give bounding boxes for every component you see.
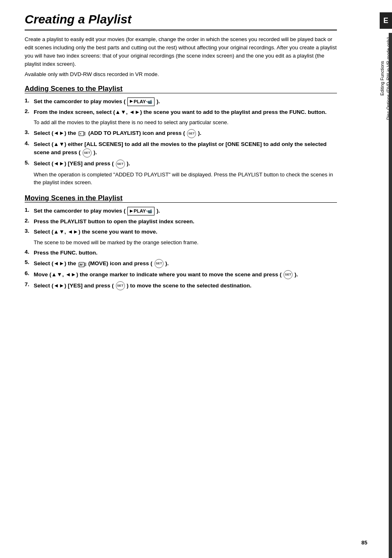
step-1-4: 4. Select (▲▼) either [ALL SCENES] to ad…: [25, 140, 337, 157]
set-button-icon-1-4: SET: [83, 148, 92, 157]
page-title: Creating a Playlist: [25, 12, 337, 26]
step-2-5-num: 5.: [25, 259, 34, 265]
step-2-7-content: Select (◄►) [YES] and press ( SET ) to m…: [34, 281, 337, 290]
step-2-1-num: 1.: [25, 207, 34, 213]
play-triangle-icon-2: ▶: [130, 208, 133, 214]
step-1-4-num: 4.: [25, 140, 34, 146]
sidebar: E Editing Functions Disc Options (DVD-RW…: [357, 0, 392, 558]
set-button-icon-2-6: SET: [284, 270, 293, 279]
set-button-icon-2-7: SET: [116, 281, 125, 290]
step-2-1-content: Set the camcorder to play movies ( ▶PLAY…: [34, 207, 337, 215]
step-2-6-num: 6.: [25, 270, 34, 276]
play-button-icon: ▶PLAY·📹: [127, 97, 154, 106]
step-1-2-num: 2.: [25, 108, 34, 114]
title-divider: [25, 30, 337, 30]
step-1-5-note: When the operation is completed "ADDED T…: [34, 171, 337, 187]
step-1-1-num: 1.: [25, 97, 34, 104]
step-1-3: 3. Select (◄►) the + (ADD TO PLAYLIST) i…: [25, 129, 337, 138]
play-triangle-icon: ▶: [130, 99, 133, 104]
intro-paragraph2: Available only with DVD-RW discs recorde…: [25, 71, 337, 77]
svg-text:+: +: [80, 132, 81, 135]
step-1-5: 5. Select (◄►) [YES] and press ( SET ).: [25, 160, 337, 169]
move-icon: M: [78, 260, 86, 267]
step-2-7: 7. Select (◄►) [YES] and press ( SET ) t…: [25, 281, 337, 290]
section-adding-title: Adding Scenes to the Playlist: [25, 85, 122, 93]
intro-paragraph1: Create a playlist to easily edit your mo…: [25, 35, 337, 69]
step-1-3-num: 3.: [25, 129, 34, 135]
step-2-4-content: Press the FUNC. button.: [34, 249, 337, 257]
sidebar-bar: [389, 33, 392, 558]
step-1-3-content: Select (◄►) the + (ADD TO PLAYLIST) icon…: [34, 129, 337, 138]
step-2-7-num: 7.: [25, 281, 34, 287]
page-container: Creating a Playlist Create a playlist to…: [0, 0, 392, 558]
set-button-icon-1-5: SET: [116, 160, 125, 169]
section-adding-header: Adding Scenes to the Playlist: [25, 85, 337, 93]
play-button-icon-2: ▶PLAY·📹: [127, 207, 154, 215]
step-2-4-num: 4.: [25, 249, 34, 255]
section-moving-title: Moving Scenes in the Playlist: [25, 194, 122, 202]
section-moving-header: Moving Scenes in the Playlist: [25, 194, 337, 203]
step-1-2: 2. From the index screen, select (▲▼, ◄►…: [25, 108, 337, 116]
section-moving: Moving Scenes in the Playlist 1. Set the…: [25, 194, 337, 291]
section-adding: Adding Scenes to the Playlist 1. Set the…: [25, 85, 337, 187]
add-to-playlist-icon: +: [78, 130, 86, 137]
step-2-5: 5. Select (◄►) the M (MOVE) icon and pre…: [25, 259, 337, 268]
step-2-6-content: Move (▲▼, ◄►) the orange marker to indic…: [34, 270, 337, 279]
step-1-1: 1. Set the camcorder to play movies ( ▶P…: [25, 97, 337, 106]
step-2-4: 4. Press the FUNC. button.: [25, 249, 337, 257]
step-1-1-content: Set the camcorder to play movies ( ▶PLAY…: [34, 97, 337, 106]
step-2-2-num: 2.: [25, 218, 34, 224]
sidebar-tab-e: E: [380, 12, 392, 29]
step-2-5-content: Select (◄►) the M (MOVE) icon and press …: [34, 259, 337, 268]
set-button-icon-1-3: SET: [187, 129, 196, 138]
step-2-3-content: Select (▲▼, ◄►) the scene you want to mo…: [34, 228, 337, 236]
step-2-1: 1. Set the camcorder to play movies ( ▶P…: [25, 207, 337, 215]
step-2-3: 3. Select (▲▼, ◄►) the scene you want to…: [25, 228, 337, 236]
step-1-4-content: Select (▲▼) either [ALL SCENES] to add a…: [34, 140, 337, 157]
step-1-2-content: From the index screen, select (▲▼, ◄►) t…: [34, 108, 337, 116]
step-1-5-content: Select (◄►) [YES] and press ( SET ).: [34, 160, 337, 169]
step-2-2: 2. Press the PLAYLIST button to open the…: [25, 218, 337, 226]
step-1-5-num: 5.: [25, 160, 34, 166]
step-2-6: 6. Move (▲▼, ◄►) the orange marker to in…: [25, 270, 337, 279]
main-content: Creating a Playlist Create a playlist to…: [0, 0, 357, 558]
set-button-icon-2-5: SET: [154, 259, 164, 268]
svg-text:M: M: [80, 263, 83, 266]
step-2-2-content: Press the PLAYLIST button to open the pl…: [34, 218, 337, 226]
step-2-3-note: The scene to be moved will be marked by …: [34, 238, 337, 247]
step-2-3-num: 3.: [25, 228, 34, 234]
step-1-2-note: To add all the movies to the playlist th…: [34, 118, 337, 127]
